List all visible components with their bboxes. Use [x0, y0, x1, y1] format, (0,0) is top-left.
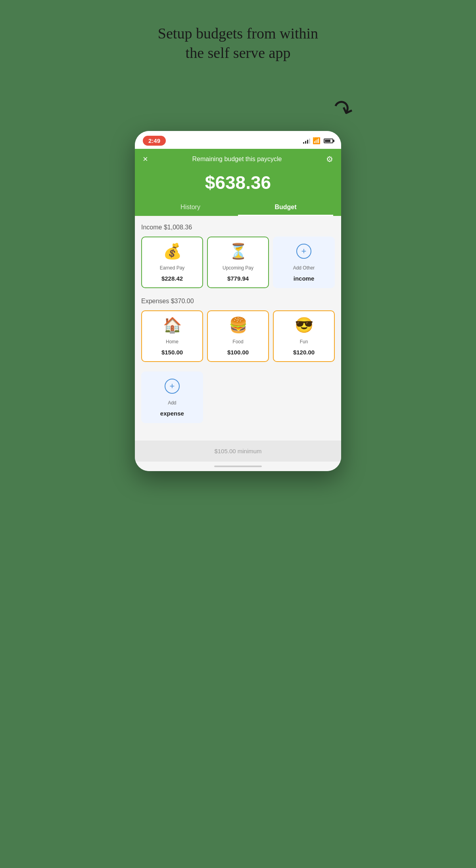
fun-value: $120.00 [293, 349, 315, 356]
bottom-bar: $105.00 minimum [135, 441, 341, 462]
food-value: $100.00 [227, 349, 249, 356]
earned-pay-value: $228.42 [161, 275, 183, 282]
phone-frame: 2:49 📶 × Remaining budget this paycycle … [135, 131, 341, 471]
add-income-plus-icon: + [296, 244, 311, 259]
settings-button[interactable]: ⚙ [326, 154, 333, 164]
annotation-line1: Setup budgets from within [158, 25, 318, 42]
expenses-section-title: Expenses $370.00 [141, 298, 335, 305]
fun-icon: 😎 [295, 318, 313, 333]
status-bar: 2:49 📶 [135, 131, 341, 149]
battery-icon [324, 139, 333, 143]
upcoming-pay-card[interactable]: ⏳ Upcoming Pay $779.94 [207, 237, 269, 288]
expenses-cards-row-1: 🏠 Home $150.00 🍔 Food $100.00 😎 Fun $120… [141, 310, 335, 362]
home-label: Home [166, 339, 178, 345]
upcoming-pay-icon: ⏳ [229, 244, 248, 259]
upcoming-pay-label: Upcoming Pay [223, 265, 253, 271]
add-expense-card[interactable]: + Add expense [141, 371, 203, 423]
home-value: $150.00 [161, 349, 183, 356]
home-icon: 🏠 [163, 318, 182, 333]
home-indicator [135, 462, 341, 471]
header-title: Remaining budget this paycycle [192, 156, 282, 163]
annotation-arrow: ↷ [329, 93, 357, 126]
earned-pay-label: Earned Pay [160, 265, 185, 271]
add-other-income-card[interactable]: + Add Other income [273, 237, 335, 288]
app-content: Income $1,008.36 💰 Earned Pay $228.42 ⏳ … [135, 216, 341, 441]
fun-label: Fun [300, 339, 308, 345]
add-expense-label-top: Add [168, 400, 176, 406]
earned-pay-card[interactable]: 💰 Earned Pay $228.42 [141, 237, 203, 288]
home-indicator-line [214, 466, 262, 467]
time-display: 2:49 [143, 136, 166, 146]
budget-amount: $638.36 [143, 169, 333, 200]
app-header: × Remaining budget this paycycle ⚙ $638.… [135, 149, 341, 216]
home-card[interactable]: 🏠 Home $150.00 [141, 310, 203, 362]
expenses-cards-row-2: + Add expense [141, 371, 335, 423]
upcoming-pay-value: $779.94 [227, 275, 249, 282]
tab-history[interactable]: History [143, 200, 238, 216]
add-income-label-bold: income [294, 275, 315, 282]
add-income-label-top: Add Other [293, 265, 315, 271]
tab-budget[interactable]: Budget [238, 200, 333, 216]
earned-pay-icon: 💰 [163, 244, 182, 259]
add-expense-plus-icon: + [165, 379, 180, 394]
annotation-line2: the self serve app [186, 44, 291, 61]
food-label: Food [232, 339, 243, 345]
minimum-label: $105.00 minimum [214, 448, 261, 454]
wifi-icon: 📶 [313, 137, 321, 144]
empty-card-2 [273, 371, 335, 423]
status-icons: 📶 [303, 137, 333, 144]
close-button[interactable]: × [143, 155, 148, 164]
food-icon: 🍔 [229, 318, 248, 333]
income-cards-row: 💰 Earned Pay $228.42 ⏳ Upcoming Pay $779… [141, 237, 335, 288]
food-card[interactable]: 🍔 Food $100.00 [207, 310, 269, 362]
income-section-title: Income $1,008.36 [141, 224, 335, 231]
fun-card[interactable]: 😎 Fun $120.00 [273, 310, 335, 362]
empty-card-1 [207, 371, 269, 423]
header-top: × Remaining budget this paycycle ⚙ [143, 154, 333, 164]
signal-icon [303, 138, 310, 144]
annotation-text: Setup budgets from within the self serve… [119, 24, 357, 63]
add-expense-label-bold: expense [160, 410, 184, 417]
tab-bar: History Budget [143, 200, 333, 216]
